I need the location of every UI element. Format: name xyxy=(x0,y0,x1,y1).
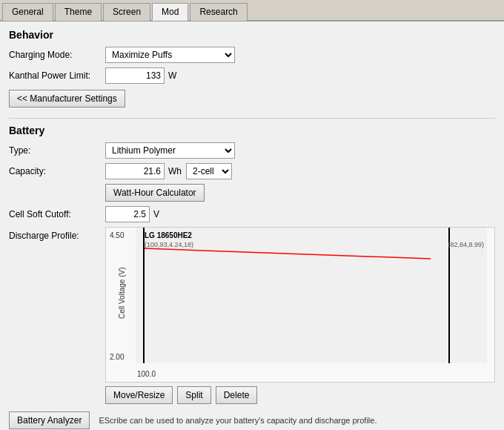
x-axis-start: 100.0 xyxy=(137,370,156,378)
chart-area: LG 18650HE2 (100,93,4.24,18) (82,84,8.99… xyxy=(136,228,487,363)
battery-type-select[interactable]: Lithium Polymer Lithium Ion Li-Fe xyxy=(105,142,235,159)
manufacturer-settings-button[interactable]: << Manufacturer Settings xyxy=(9,90,125,108)
battery-type-row: Type: Lithium Polymer Lithium Ion Li-Fe xyxy=(9,142,495,159)
behavior-title: Behavior xyxy=(9,29,495,41)
svg-line-0 xyxy=(145,248,431,259)
tab-research[interactable]: Research xyxy=(190,3,247,21)
charging-mode-select[interactable]: Maximize Puffs Balance Preserve Life xyxy=(105,47,235,63)
kanthal-unit: W xyxy=(168,70,176,81)
charging-mode-row: Charging Mode: Maximize Puffs Balance Pr… xyxy=(9,47,495,63)
bottom-bar: Battery Analyzer EScribe can be used to … xyxy=(9,411,495,429)
y-axis-top: 4.50 xyxy=(110,231,124,239)
cell-select[interactable]: 2-cell 1-cell 3-cell xyxy=(186,163,232,179)
watt-hour-calculator-button[interactable]: Watt-Hour Calculator xyxy=(105,184,205,202)
cell-cutoff-label: Cell Soft Cutoff: xyxy=(9,209,105,219)
y-axis-bottom: 2.00 xyxy=(110,353,124,361)
discharge-profile-row: Discharge Profile: 4.50 2.00 100.0 Cell … xyxy=(9,227,495,404)
kanthal-input[interactable] xyxy=(105,67,165,84)
manufacturer-btn-wrapper: << Manufacturer Settings xyxy=(9,90,495,108)
tab-screen[interactable]: Screen xyxy=(103,3,150,21)
split-button[interactable]: Split xyxy=(177,386,210,404)
capacity-label: Capacity: xyxy=(9,166,105,176)
tab-content: Behavior Charging Mode: Maximize Puffs B… xyxy=(0,22,504,430)
battery-analyzer-button[interactable]: Battery Analyzer xyxy=(9,411,90,429)
tabs-bar: General Theme Screen Mod Research xyxy=(0,0,504,22)
cell-cutoff-unit: V xyxy=(153,209,159,219)
move-resize-button[interactable]: Move/Resize xyxy=(105,386,173,404)
battery-title: Battery xyxy=(9,125,495,136)
chart-wrapper: 4.50 2.00 100.0 Cell Voltage (V) LG 1865… xyxy=(105,227,495,404)
delete-button[interactable]: Delete xyxy=(216,386,258,404)
tab-mod[interactable]: Mod xyxy=(152,3,188,21)
discharge-label: Discharge Profile: xyxy=(9,227,105,241)
tab-general[interactable]: General xyxy=(2,3,53,21)
capacity-row: Capacity: Wh 2-cell 1-cell 3-cell xyxy=(9,163,495,179)
capacity-wh-unit: Wh xyxy=(168,166,182,176)
charging-mode-label: Charging Mode: xyxy=(9,50,105,60)
watt-hour-row: Watt-Hour Calculator xyxy=(9,184,495,202)
capacity-input[interactable] xyxy=(105,163,165,179)
section-divider xyxy=(9,118,495,119)
cell-select-wrapper: 2-cell 1-cell 3-cell xyxy=(186,163,232,179)
kanthal-label: Kanthal Power Limit: xyxy=(9,70,105,81)
battery-type-label: Type: xyxy=(9,145,105,156)
kanthal-row: Kanthal Power Limit: W xyxy=(9,67,495,84)
discharge-chart[interactable]: 4.50 2.00 100.0 Cell Voltage (V) LG 1865… xyxy=(105,227,495,383)
chart-buttons: Move/Resize Split Delete xyxy=(105,386,495,404)
chart-svg xyxy=(136,228,487,363)
y-axis-label: Cell Voltage (V) xyxy=(118,291,126,319)
cell-cutoff-row: Cell Soft Cutoff: V xyxy=(9,206,495,222)
cell-cutoff-input[interactable] xyxy=(105,206,150,222)
tab-theme[interactable]: Theme xyxy=(55,3,102,21)
battery-analyzer-info: EScribe can be used to analyze your batt… xyxy=(99,416,377,425)
